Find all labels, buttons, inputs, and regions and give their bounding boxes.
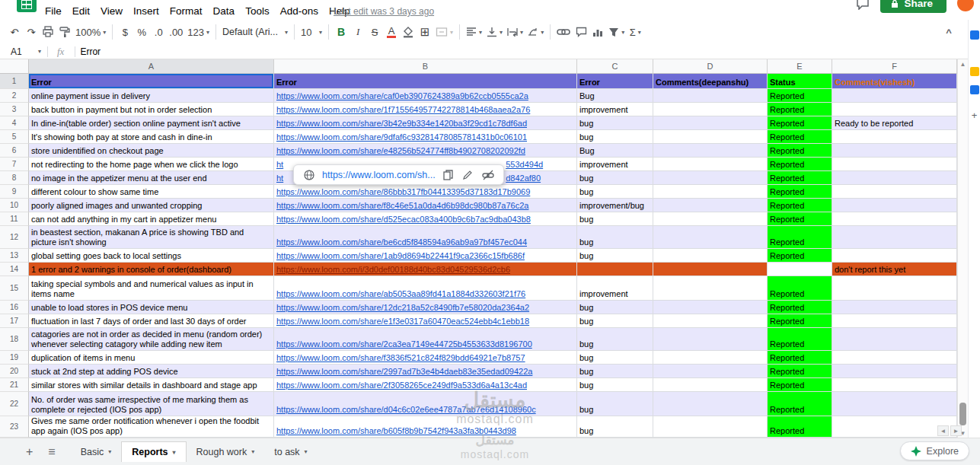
cell-D4[interactable] <box>653 116 768 130</box>
increase-decimal-button[interactable]: .00 <box>167 23 185 41</box>
cell-C21[interactable]: bug <box>577 378 653 392</box>
cell-C20[interactable]: bug <box>577 365 653 378</box>
cell-B19[interactable]: https://www.loom.com/share/f3836f521c824… <box>274 351 577 365</box>
more-formats-button[interactable]: 123▾ <box>185 23 212 41</box>
cell-D15[interactable] <box>653 276 768 301</box>
cell-B4[interactable]: https://www.loom.com/share/3b42e9b334e14… <box>274 116 577 130</box>
cell-C8[interactable]: bug <box>577 171 653 185</box>
select-all-corner[interactable] <box>0 59 29 74</box>
row-header-11[interactable]: 11 <box>0 212 29 226</box>
cell-A8[interactable]: no image in the appetizer menu at the us… <box>29 171 274 185</box>
cell-A12[interactable]: in beastest section, makanan A price is … <box>29 226 274 249</box>
cell-F15[interactable] <box>832 276 957 301</box>
cell-A2[interactable]: online payment issue in delivery <box>29 89 274 103</box>
cell-F20[interactable] <box>832 365 957 378</box>
cell-E3[interactable]: Reported <box>768 103 832 116</box>
loom-link[interactable]: https://www.loom.com/share/1f71556495774… <box>276 104 530 115</box>
decrease-decimal-button[interactable]: .0 <box>150 23 167 41</box>
menu-tools[interactable]: Tools <box>240 3 275 19</box>
cell-C13[interactable]: bug <box>577 249 653 263</box>
cell-A23[interactable]: Gives me same order notification wheneve… <box>29 416 274 438</box>
cell-E9[interactable]: Reported <box>768 185 832 199</box>
cell-E23[interactable]: Reported <box>768 416 832 438</box>
cell-B17[interactable]: https://www.loom.com/share/e1f3e0317a604… <box>274 314 577 328</box>
cell-C2[interactable]: Bug <box>577 89 653 103</box>
menu-insert[interactable]: Insert <box>128 3 164 19</box>
scroll-left-arrow[interactable]: ◄ <box>937 425 949 436</box>
loom-link[interactable]: https://www.loom.com/share/e1f3e0317a604… <box>276 316 529 326</box>
cell-B9[interactable]: https://www.loom.com/share/86bbb317fb044… <box>274 185 577 199</box>
cell-D16[interactable] <box>653 301 768 314</box>
cell-E22[interactable]: Reported <box>768 392 832 416</box>
filter-button[interactable]: ▾ <box>606 23 627 41</box>
cell-F17[interactable] <box>832 314 957 328</box>
cell-A13[interactable]: global setting goes back to local settin… <box>29 249 274 263</box>
cell-F8[interactable] <box>832 171 957 185</box>
insert-link-button[interactable] <box>554 23 573 41</box>
menu-add-ons[interactable]: Add-ons <box>275 3 324 19</box>
all-sheets-button[interactable]: ≡ <box>48 445 55 459</box>
cell-F7[interactable] <box>832 158 957 171</box>
keep-icon[interactable] <box>970 67 979 76</box>
cell-E8[interactable]: Reported <box>768 171 832 185</box>
row-header-4[interactable]: 4 <box>0 116 29 130</box>
avatar[interactable] <box>956 0 975 13</box>
cell-D8[interactable] <box>653 171 768 185</box>
column-header-B[interactable]: B <box>274 59 577 74</box>
cell-D14[interactable] <box>653 263 768 276</box>
cell-F12[interactable] <box>832 226 957 249</box>
add-addon-icon[interactable]: + <box>972 110 978 121</box>
horizontal-align-button[interactable]: ▾ <box>464 23 484 41</box>
font-select[interactable]: Default (Ari...▾ <box>220 23 290 41</box>
cell-B23[interactable]: https://www.loom.com/share/b605f8b9b7542… <box>274 416 577 438</box>
cell-A15[interactable]: taking special symbols and and numerical… <box>29 276 274 301</box>
cell-E6[interactable]: Reported <box>768 144 832 158</box>
cell-D20[interactable] <box>653 365 768 378</box>
cell-A11[interactable]: can not add anything in my cart in appet… <box>29 212 274 226</box>
cell-C16[interactable]: bug <box>577 301 653 314</box>
loom-link[interactable]: https://www.loom.com/share/d04c6c02e6ee4… <box>276 404 536 415</box>
row-header-19[interactable]: 19 <box>0 351 29 365</box>
cell-A10[interactable]: poorly aligned images and unwanted cropp… <box>29 199 274 212</box>
column-header-C[interactable]: C <box>577 59 653 74</box>
cell-E13[interactable]: Reported <box>768 249 832 263</box>
explore-button[interactable]: Explore <box>900 441 969 460</box>
cell-F11[interactable] <box>832 212 957 226</box>
scrollbar-thumb[interactable] <box>959 403 966 425</box>
add-sheet-button[interactable]: + <box>26 445 33 459</box>
row-header-20[interactable]: 20 <box>0 365 29 378</box>
loom-link[interactable]: https://www.loom.com/share/1ab9d8694b224… <box>276 250 525 261</box>
menu-format[interactable]: Format <box>164 3 208 19</box>
cell-D10[interactable] <box>653 199 768 212</box>
cell-C11[interactable]: bug <box>577 212 653 226</box>
row-header-2[interactable]: 2 <box>0 89 29 103</box>
cell-F9[interactable] <box>832 185 957 199</box>
cell-F5[interactable] <box>832 130 957 144</box>
column-header-A[interactable]: A <box>29 59 274 74</box>
column-header-F[interactable]: F <box>832 59 957 74</box>
cell-A16[interactable]: unable to load stores in POS device menu <box>29 301 274 314</box>
row-header-16[interactable]: 16 <box>0 301 29 314</box>
cell-F22[interactable] <box>832 392 957 416</box>
cell-B16[interactable]: https://www.loom.com/share/12dc218a52c84… <box>274 301 577 314</box>
row-header-17[interactable]: 17 <box>0 314 29 328</box>
cell-E11[interactable]: Reported <box>768 212 832 226</box>
vertical-scrollbar[interactable]: ▲ ▼ <box>957 59 968 438</box>
cell-A14[interactable]: 1 error and 2 warnings in console of ord… <box>29 263 274 276</box>
menu-file[interactable]: File <box>40 3 67 19</box>
formula-input[interactable]: Error <box>80 46 101 57</box>
copy-link-icon[interactable] <box>442 168 455 182</box>
cell-D7[interactable] <box>653 158 768 171</box>
cell-B10[interactable]: https://www.loom.com/share/f8c46e51a0da4… <box>274 199 577 212</box>
cell-E7[interactable]: Reported <box>768 158 832 171</box>
cell-B14[interactable]: https://www.loom.com/i/3d0def00188d40bc8… <box>274 263 577 276</box>
cell-D13[interactable] <box>653 249 768 263</box>
loom-link[interactable]: https://www.loom.com/share/d525ecac083a4… <box>276 214 531 225</box>
loom-link[interactable]: https://www.loom.com/share/be6cd5f848594… <box>276 237 527 247</box>
row-header-13[interactable]: 13 <box>0 249 29 263</box>
cell-D11[interactable] <box>653 212 768 226</box>
strikethrough-button[interactable]: S <box>366 23 383 41</box>
cell-C18[interactable]: bug <box>577 328 653 351</box>
last-edit-link[interactable]: Last edit was 3 days ago <box>334 6 434 17</box>
cell-A21[interactable]: similar stores with similar details in d… <box>29 378 274 392</box>
